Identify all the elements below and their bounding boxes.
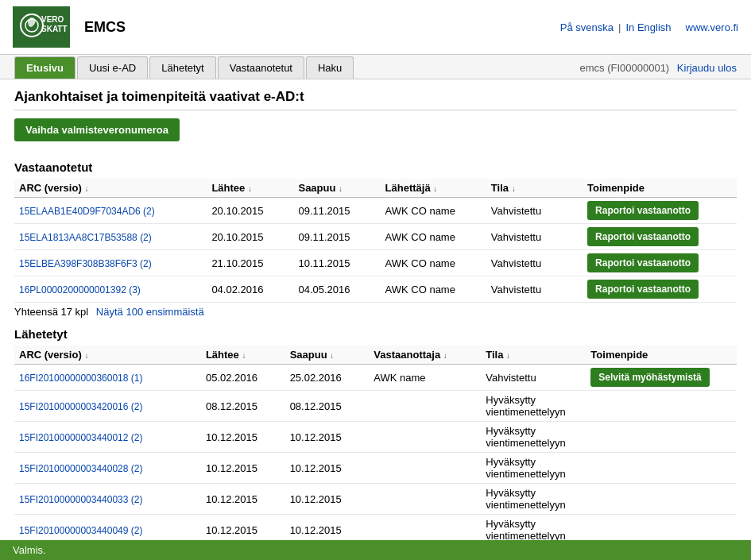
raportoi-button[interactable]: Raportoi vastaanotto	[587, 280, 699, 299]
logout-link[interactable]: Kirjaudu ulos	[677, 62, 737, 74]
lahettaja-cell: AWK CO name	[381, 276, 486, 303]
sort-saapuu-l[interactable]: ↓	[330, 351, 334, 360]
col-vastaanottaja-l: Vastaanottaja ↓	[369, 346, 481, 365]
footer: Valmis.	[0, 540, 751, 560]
tab-vastaanotetut[interactable]: Vastaanotetut	[218, 56, 304, 79]
lahetetyt-table: ARC (versio) ↓ Lähtee ↓ Saapuu ↓ Vastaan…	[14, 346, 737, 560]
tab-lahetetyt[interactable]: Lähetetyt	[149, 56, 216, 79]
lahete-cell: 04.02.2016	[207, 276, 293, 303]
lahettaja-cell: AWK CO name	[381, 224, 486, 250]
sort-tila-l[interactable]: ↓	[506, 351, 510, 360]
tila-cell: Hyväksytty vientimenettelyyn	[481, 391, 586, 422]
toimenpide-cell	[586, 422, 737, 453]
col-toimenpide-v: Toimenpide	[583, 179, 737, 198]
col-arc-v: ARC (versio) ↓	[14, 179, 207, 198]
table-row: 16PL0000200000001392 (3) 04.02.2016 04.0…	[14, 276, 737, 303]
arc-link[interactable]: 16PL0000200000001392 (3)	[19, 284, 141, 295]
sort-lahete-v[interactable]: ↓	[248, 184, 252, 193]
arc-cell: 15FI20100000003440028 (2)	[14, 453, 201, 484]
col-lahete-v: Lähtee ↓	[207, 179, 293, 198]
lahete-cell: 08.12.2015	[201, 391, 285, 422]
table-row: 15FI20100000003440028 (2) 10.12.2015 10.…	[14, 453, 737, 484]
saapuu-cell: 08.12.2015	[285, 391, 370, 422]
raportoi-button[interactable]: Raportoi vastaanotto	[587, 253, 699, 272]
toimenpide-cell: Raportoi vastaanotto	[583, 276, 737, 303]
arc-cell: 15FI20100000003440033 (2)	[14, 484, 201, 515]
arc-link[interactable]: 16FI20100000000360018 (1)	[19, 373, 142, 384]
vastaanottaja-cell	[369, 391, 481, 422]
sort-arc-v[interactable]: ↓	[84, 184, 88, 193]
sort-arc-l[interactable]: ↓	[84, 351, 88, 360]
table-row: 15FI20100000003440012 (2) 10.12.2015 10.…	[14, 422, 737, 453]
tila-cell: Vahvistettu	[481, 365, 586, 391]
tila-cell: Vahvistettu	[486, 250, 583, 276]
tila-cell: Vahvistettu	[486, 276, 583, 303]
vero-link[interactable]: www.vero.fi	[686, 21, 738, 33]
lahete-cell: 10.12.2015	[201, 453, 285, 484]
selvita-button[interactable]: Selvitä myöhästymistä	[590, 368, 709, 387]
arc-cell: 16FI20100000000360018 (1)	[14, 365, 201, 391]
svenska-link[interactable]: På svenska	[560, 21, 614, 33]
arc-link[interactable]: 15ELA1813AA8C17B53588 (2)	[19, 232, 152, 243]
tab-uusi-ead[interactable]: Uusi e-AD	[77, 56, 148, 79]
col-saapuu-v: Saapuu ↓	[293, 179, 380, 198]
english-link[interactable]: In English	[625, 21, 671, 33]
arc-link[interactable]: 15FI20100000003440033 (2)	[19, 494, 142, 505]
arc-cell: 15ELA1813AA8C17B53588 (2)	[14, 224, 207, 250]
sort-tila-v[interactable]: ↓	[512, 184, 516, 193]
saapuu-cell: 10.12.2015	[285, 484, 370, 515]
nav-tabs: Etusivu Uusi e-AD Lähetetyt Vastaanotetu…	[14, 56, 355, 79]
lahete-cell: 10.12.2015	[201, 422, 285, 453]
tab-haku[interactable]: Haku	[306, 56, 354, 79]
header-links: På svenska | In English www.vero.fi	[560, 21, 738, 33]
arc-link[interactable]: 15FI20100000003440012 (2)	[19, 432, 142, 443]
tila-cell: Vahvistettu	[486, 224, 583, 250]
arc-cell: 15ELAAB1E40D9F7034AD6 (2)	[14, 198, 207, 224]
tila-cell: Hyväksytty vientimenettelyyn	[481, 484, 586, 515]
col-arc-l: ARC (versio) ↓	[14, 346, 201, 365]
content: Ajankohtaiset ja toimenpiteitä vaativat …	[0, 79, 751, 560]
raportoi-button[interactable]: Raportoi vastaanotto	[587, 201, 699, 220]
vastaanotetut-summary: Yhteensä 17 kpl Näytä 100 ensimmäistä	[14, 306, 737, 318]
arc-cell: 16PL0000200000001392 (3)	[14, 276, 207, 303]
lahete-cell: 10.12.2015	[201, 484, 285, 515]
toimenpide-cell	[586, 391, 737, 422]
saapuu-cell: 09.11.2015	[293, 198, 380, 224]
sort-vastaanottaja-l[interactable]: ↓	[443, 351, 447, 360]
table-row: 15FI20100000003440033 (2) 10.12.2015 10.…	[14, 484, 737, 515]
tila-cell: Vahvistettu	[486, 198, 583, 224]
tila-cell: Hyväksytty vientimenettelyyn	[481, 453, 586, 484]
arc-link[interactable]: 15FI20100000003420016 (2)	[19, 401, 142, 412]
lahete-cell: 21.10.2015	[207, 250, 293, 276]
toimenpide-cell: Raportoi vastaanotto	[583, 250, 737, 276]
vastaanotetut-table: ARC (versio) ↓ Lähtee ↓ Saapuu ↓ Lähettä…	[14, 179, 737, 303]
sort-lahete-l[interactable]: ↓	[242, 351, 246, 360]
raportoi-button[interactable]: Raportoi vastaanotto	[587, 227, 699, 246]
lahete-cell: 05.02.2016	[201, 365, 285, 391]
toimenpide-cell	[586, 484, 737, 515]
lahettaja-cell: AWK CO name	[381, 250, 486, 276]
vastaanotetut-show-more[interactable]: Näytä 100 ensimmäistä	[96, 306, 204, 318]
sort-lahettaja-v[interactable]: ↓	[433, 184, 437, 193]
table-row: 15FI20100000003420016 (2) 08.12.2015 08.…	[14, 391, 737, 422]
saapuu-cell: 10.11.2015	[293, 250, 380, 276]
arc-link[interactable]: 15ELAAB1E40D9F7034AD6 (2)	[19, 206, 155, 217]
change-number-button[interactable]: Vaihda valmisteveronumeroa	[14, 118, 180, 141]
app-title: EMCS	[84, 19, 126, 36]
vastaanottaja-cell	[369, 422, 481, 453]
toimenpide-cell: Selvitä myöhästymistä	[586, 365, 737, 391]
lahetetyt-title: Lähetetyt	[14, 327, 737, 341]
sort-saapuu-v[interactable]: ↓	[339, 184, 343, 193]
table-row: 16FI20100000000360018 (1) 05.02.2016 25.…	[14, 365, 737, 391]
logo-area: VERO SKATT EMCS	[13, 6, 126, 48]
lahettaja-cell: AWK CO name	[381, 198, 486, 224]
table-row: 15ELA1813AA8C17B53588 (2) 20.10.2015 09.…	[14, 224, 737, 250]
arc-cell: 15FI20100000003440012 (2)	[14, 422, 201, 453]
arc-link[interactable]: 15FI20100000003440049 (2)	[19, 525, 142, 536]
arc-link[interactable]: 15ELBEA398F308B38F6F3 (2)	[19, 258, 152, 269]
page-title: Ajankohtaiset ja toimenpiteitä vaativat …	[14, 89, 737, 110]
tab-etusivu[interactable]: Etusivu	[14, 56, 75, 79]
vastaanottaja-cell: AWK name	[369, 365, 481, 391]
arc-link[interactable]: 15FI20100000003440028 (2)	[19, 463, 142, 474]
col-toimenpide-l: Toimenpide	[586, 346, 737, 365]
